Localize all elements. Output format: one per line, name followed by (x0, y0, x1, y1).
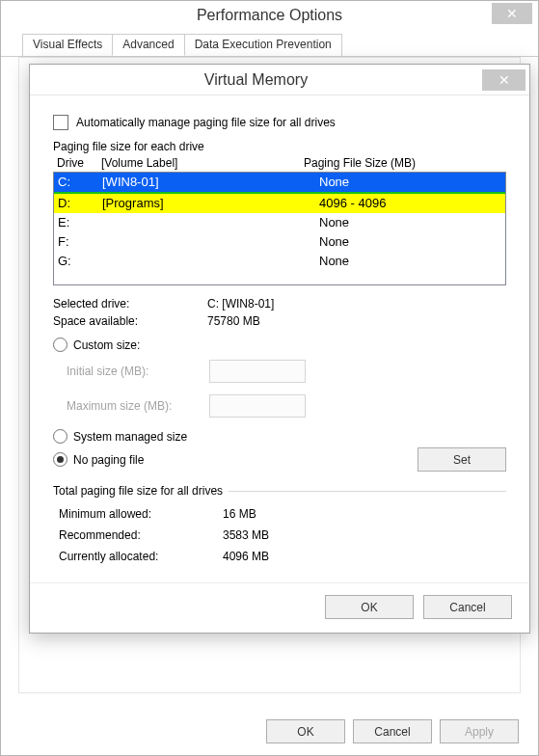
totals-fieldset: Total paging file size for all drives Mi… (53, 491, 506, 569)
maximum-size-label: Maximum size (MB): (67, 399, 209, 413)
selected-drive-label: Selected drive: (53, 297, 207, 310)
radio-custom-size[interactable] (53, 338, 67, 352)
drive-letter: C: (58, 174, 102, 191)
selected-drive-value: C: [WIN8-01] (207, 297, 506, 310)
initial-size-label: Initial size (MB): (67, 364, 209, 378)
radio-no-paging-label: No paging file (73, 453, 144, 467)
header-volume: [Volume Label] (101, 156, 304, 170)
currently-allocated-value: 4096 MB (223, 550, 500, 563)
cancel-button[interactable]: Cancel (353, 719, 432, 743)
min-allowed-label: Minimum allowed: (59, 507, 223, 521)
auto-manage-checkbox[interactable] (53, 115, 68, 130)
space-available-label: Space available: (53, 314, 207, 328)
auto-manage-row: Automatically manage paging file size fo… (53, 115, 506, 130)
drive-volume-label (102, 214, 319, 231)
radio-custom-row: Custom size: (53, 338, 506, 352)
tab-dep[interactable]: Data Execution Prevention (184, 34, 342, 56)
drive-volume-label (102, 253, 319, 270)
virtual-memory-window: Virtual Memory ✕ Automatically manage pa… (29, 64, 530, 634)
currently-allocated-label: Currently allocated: (59, 550, 223, 563)
recommended-label: Recommended: (59, 528, 223, 542)
vm-body: Automatically manage paging file size fo… (30, 95, 529, 582)
vm-title: Virtual Memory (30, 71, 482, 89)
ok-button[interactable]: OK (266, 719, 345, 743)
drive-row[interactable]: D:[Programs]4096 - 4096 (54, 194, 505, 213)
drive-list[interactable]: C:[WIN8-01]NoneD:[Programs]4096 - 4096E:… (53, 172, 506, 285)
radio-system-managed-label: System managed size (73, 430, 187, 444)
section-label: Paging file size for each drive (53, 140, 506, 153)
auto-manage-label: Automatically manage paging file size fo… (76, 116, 336, 129)
drive-volume-label: [Programs] (102, 195, 319, 212)
min-allowed-value: 16 MB (223, 507, 500, 521)
size-inputs: Initial size (MB): Maximum size (MB): (67, 360, 506, 418)
apply-button[interactable]: Apply (440, 719, 519, 743)
close-icon[interactable]: ✕ (482, 69, 526, 91)
header-drive: Drive (57, 156, 101, 170)
cancel-button[interactable]: Cancel (423, 595, 512, 619)
space-available-value: 75780 MB (207, 314, 506, 328)
drive-row[interactable]: E:None (54, 213, 505, 232)
drive-letter: D: (58, 195, 102, 212)
drive-row[interactable]: C:[WIN8-01]None (54, 173, 505, 194)
no-paging-row: No paging file Set (53, 447, 506, 472)
drive-paging-size: None (319, 233, 501, 251)
drive-letter: G: (58, 253, 102, 270)
maximum-size-input (209, 394, 306, 418)
drive-list-headers: Drive [Volume Label] Paging File Size (M… (53, 155, 506, 172)
performance-buttons: OK Cancel Apply (266, 719, 519, 743)
ok-button[interactable]: OK (325, 595, 414, 619)
drive-row[interactable]: F:None (54, 232, 505, 252)
tab-visual-effects[interactable]: Visual Effects (22, 34, 113, 56)
radio-custom-label: Custom size: (73, 338, 140, 352)
radio-system-managed[interactable] (53, 429, 67, 444)
initial-size-input (209, 360, 306, 383)
tab-advanced[interactable]: Advanced (112, 34, 184, 56)
drive-volume-label (102, 233, 319, 251)
close-icon[interactable]: ✕ (492, 3, 532, 24)
set-button[interactable]: Set (418, 447, 506, 472)
tab-strip: Visual Effects Advanced Data Execution P… (1, 34, 538, 57)
drive-volume-label: [WIN8-01] (102, 174, 319, 191)
drive-row[interactable]: G:None (54, 252, 505, 271)
drive-paging-size: None (319, 253, 501, 270)
drive-letter: F: (58, 233, 102, 251)
radio-no-paging[interactable] (53, 452, 67, 467)
recommended-value: 3583 MB (223, 528, 500, 542)
totals-legend: Total paging file size for all drives (53, 484, 229, 498)
drive-paging-size: None (319, 214, 501, 231)
drive-paging-size: 4096 - 4096 (319, 195, 501, 212)
performance-options-title: Performance Options (1, 1, 538, 34)
header-size: Paging File Size (MB) (304, 156, 506, 170)
vm-titlebar: Virtual Memory ✕ (30, 65, 529, 95)
radio-system-managed-row: System managed size (53, 429, 506, 444)
vm-dialog-buttons: OK Cancel (30, 582, 529, 633)
drive-letter: E: (58, 214, 102, 231)
drive-paging-size: None (319, 174, 501, 191)
selected-drive-info: Selected drive: C: [WIN8-01] Space avail… (53, 297, 506, 328)
